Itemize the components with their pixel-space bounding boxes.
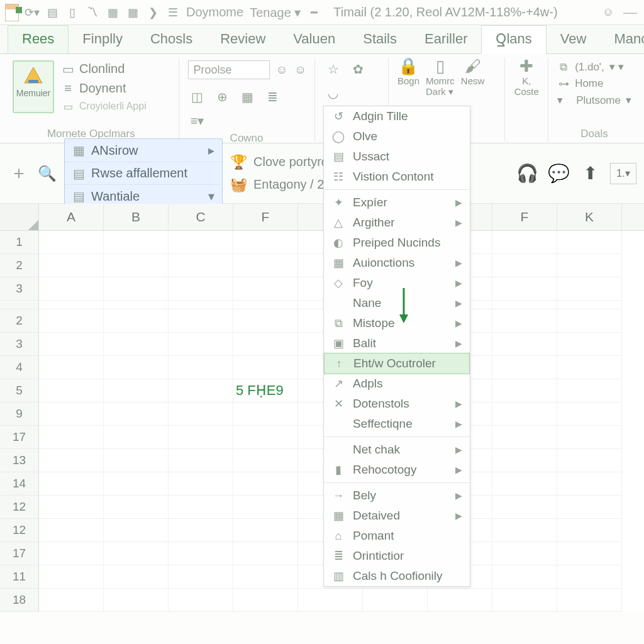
- qa-label-2[interactable]: Tenage ▾: [250, 5, 301, 20]
- cell[interactable]: [104, 309, 169, 333]
- cell[interactable]: [104, 277, 169, 301]
- cell[interactable]: [39, 496, 104, 519]
- lock-icon[interactable]: 🔒: [402, 60, 414, 72]
- cell[interactable]: [104, 333, 169, 356]
- tab-review[interactable]: Review: [206, 26, 279, 53]
- cell[interactable]: [557, 356, 622, 379]
- people-icon[interactable]: ☺: [294, 64, 306, 75]
- momrc-label[interactable]: MomrcDark ▾: [426, 75, 455, 97]
- croyiolerli-item[interactable]: ▭Croyiolerli Appi: [62, 99, 147, 113]
- cell[interactable]: [39, 254, 104, 277]
- cell[interactable]: [104, 496, 169, 519]
- row-header[interactable]: 1: [0, 231, 39, 254]
- cell[interactable]: [492, 496, 557, 519]
- menu-net-chak[interactable]: Net chak▶: [324, 440, 470, 460]
- cell[interactable]: [233, 254, 298, 277]
- cell[interactable]: [233, 565, 298, 589]
- col-header-F[interactable]: F: [233, 204, 298, 230]
- cell[interactable]: [233, 542, 298, 565]
- cell[interactable]: [169, 333, 233, 356]
- cell[interactable]: [492, 254, 557, 277]
- qa-label-1[interactable]: Doymome: [186, 5, 243, 19]
- cell[interactable]: [233, 589, 298, 612]
- cell[interactable]: [233, 402, 298, 426]
- cell[interactable]: [492, 379, 557, 402]
- dp-rwse[interactable]: ▤Rwse affallement: [65, 162, 222, 185]
- cell[interactable]: [169, 277, 233, 301]
- chart-line-icon[interactable]: 〽: [86, 6, 99, 19]
- dp-ansirow[interactable]: ▦ANsirow▸: [65, 139, 222, 162]
- crumb-2[interactable]: 🧺Entagony / 201: [230, 177, 338, 193]
- cell[interactable]: [104, 402, 169, 426]
- search-button[interactable]: 🔍: [38, 165, 57, 182]
- tab-mancher[interactable]: Mancher: [600, 26, 644, 53]
- tab-rees[interactable]: Rees: [8, 25, 69, 53]
- cell[interactable]: [557, 301, 622, 309]
- cell[interactable]: [492, 426, 557, 449]
- cell[interactable]: [233, 309, 298, 333]
- cell[interactable]: [169, 589, 233, 612]
- grid2-icon[interactable]: ▦: [126, 6, 140, 19]
- cell[interactable]: [104, 379, 169, 402]
- row-header[interactable]: 3: [0, 277, 39, 301]
- row-header[interactable]: [0, 301, 39, 309]
- select-all-cell[interactable]: [0, 204, 39, 230]
- tab-chosls[interactable]: Chosls: [136, 26, 206, 53]
- cell[interactable]: [104, 231, 169, 254]
- plutsome-button[interactable]: ▾Plutsome ▾: [557, 94, 631, 107]
- row-header[interactable]: 2: [0, 309, 39, 333]
- cell[interactable]: [104, 565, 169, 589]
- cell[interactable]: [169, 472, 233, 496]
- cell[interactable]: [169, 565, 233, 589]
- row-header[interactable]: 9: [0, 402, 39, 426]
- cell[interactable]: [492, 565, 557, 589]
- table-icon[interactable]: ▦: [238, 88, 257, 106]
- menu-adgin-tille[interactable]: ↺Adgin Tille: [324, 106, 470, 126]
- cell[interactable]: [492, 542, 557, 565]
- cell[interactable]: [169, 542, 233, 565]
- menu-balit[interactable]: ▣Balit▶: [324, 333, 470, 353]
- row-header[interactable]: 13: [0, 449, 39, 472]
- menu-eht-w-ocutroler[interactable]: ↑Eht/w Ocutroler: [324, 353, 470, 374]
- menu-nane[interactable]: Nane▶: [324, 293, 470, 313]
- cell[interactable]: [169, 496, 233, 519]
- cell[interactable]: [492, 301, 557, 309]
- row-header[interactable]: 12: [0, 496, 39, 519]
- cell[interactable]: [104, 254, 169, 277]
- row-header[interactable]: 3: [0, 333, 39, 356]
- k-label[interactable]: K,Coste: [514, 75, 539, 97]
- memuier-button[interactable]: Memuier: [13, 60, 54, 113]
- cell[interactable]: [169, 519, 233, 542]
- user-icon[interactable]: ☺: [601, 6, 615, 19]
- cell[interactable]: [492, 402, 557, 426]
- cell[interactable]: [233, 231, 298, 254]
- page-icon[interactable]: ▯: [434, 60, 447, 72]
- cell[interactable]: [233, 472, 298, 496]
- row-header[interactable]: 2: [0, 254, 39, 277]
- cell[interactable]: [39, 309, 104, 333]
- cell[interactable]: [557, 402, 622, 426]
- cell[interactable]: [557, 565, 622, 589]
- menu-cals-h-coofionily[interactable]: ▥Cals h Coofionily: [324, 566, 470, 586]
- person-icon[interactable]: ☺: [276, 64, 288, 75]
- cell[interactable]: [492, 309, 557, 333]
- cell[interactable]: [104, 542, 169, 565]
- cell[interactable]: [233, 449, 298, 472]
- align-icon[interactable]: ≡▾: [188, 112, 207, 130]
- bullets-icon[interactable]: ≣: [264, 88, 282, 106]
- cell[interactable]: [557, 449, 622, 472]
- menu-rehocotogy[interactable]: ▮Rehocotogy▶: [324, 460, 470, 480]
- cell[interactable]: [169, 426, 233, 449]
- cell[interactable]: [104, 589, 169, 612]
- cell[interactable]: [39, 565, 104, 589]
- tab-stails[interactable]: Stails: [349, 26, 411, 53]
- cell[interactable]: [233, 356, 298, 379]
- cell[interactable]: [233, 277, 298, 301]
- menu-mistope[interactable]: ⧉Mistope▶: [324, 313, 470, 333]
- proolse-input[interactable]: [188, 60, 270, 79]
- cell[interactable]: [492, 277, 557, 301]
- cell[interactable]: [39, 231, 104, 254]
- cell[interactable]: [557, 426, 622, 449]
- cell[interactable]: [233, 426, 298, 449]
- upload-icon[interactable]: ⬆: [579, 164, 601, 183]
